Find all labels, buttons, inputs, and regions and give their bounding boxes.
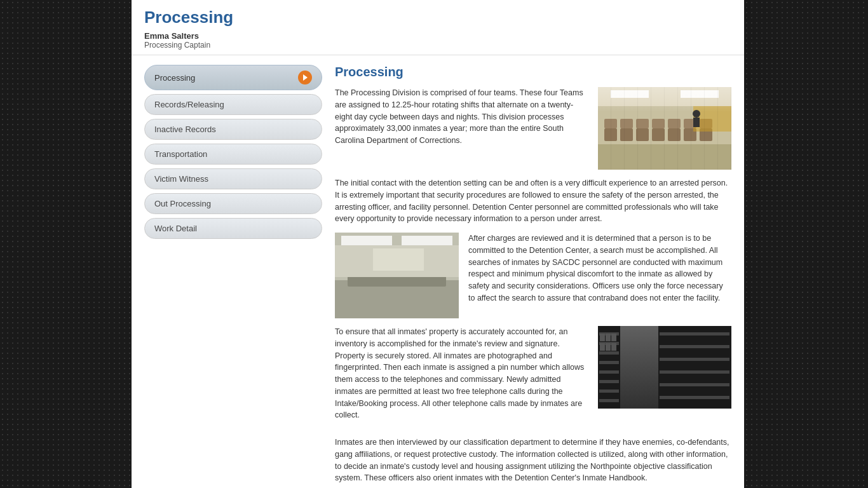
svg-rect-52 [660,332,729,336]
svg-rect-23 [341,236,392,245]
nav-label-records-releasing: Records/Releasing [154,100,224,109]
svg-rect-0 [598,87,731,170]
svg-rect-3 [681,90,719,98]
paragraph-4: To ensure that all inmates' property is … [335,326,588,421]
content-row-1: The Processing Division is comprised of … [335,87,731,170]
right-content: Processing The Processing Division is co… [335,65,731,488]
svg-rect-50 [620,326,658,409]
section-title: Processing [335,65,731,79]
svg-rect-16 [668,119,681,128]
svg-rect-2 [611,90,649,98]
svg-rect-11 [700,128,712,141]
svg-rect-18 [700,119,712,128]
nav-label-inactive-records: Inactive Records [154,125,216,134]
svg-rect-39 [599,370,619,374]
svg-rect-12 [604,119,617,128]
paragraph-3: After charges are reviewed and it is det… [468,233,731,318]
svg-rect-7 [636,128,649,141]
svg-rect-21 [693,118,700,127]
nav-item-transportation[interactable]: Transportation [144,144,322,165]
svg-rect-55 [660,370,729,374]
svg-rect-46 [600,343,605,351]
nav-item-processing[interactable]: Processing [144,65,322,90]
svg-rect-19 [693,106,731,132]
left-nav: Processing Records/Releasing Inactive Re… [144,65,322,488]
main-wrapper: Processing Emma Salters Processing Capta… [132,0,744,488]
right-decorative-bg [744,0,868,488]
nav-label-transportation: Transportation [154,149,207,159]
svg-rect-41 [599,390,619,393]
svg-rect-42 [599,399,619,402]
nav-label-work-detail: Work Detail [154,224,197,233]
nav-item-work-detail[interactable]: Work Detail [144,218,322,239]
image-counter [335,233,459,318]
person-name: Emma Salters [144,31,731,41]
svg-rect-13 [620,119,633,128]
paragraph-5: Inmates are then interviewed by our clas… [335,437,731,484]
svg-rect-56 [660,383,729,386]
svg-rect-57 [660,396,729,399]
content-row-3: To ensure that all inmates' property is … [335,326,731,429]
svg-rect-44 [606,334,611,341]
content-row-2: After charges are reviewed and it is det… [335,233,731,318]
svg-rect-6 [620,128,633,141]
svg-rect-5 [604,128,617,141]
svg-rect-9 [668,128,681,141]
waiting-room-svg [598,87,731,170]
svg-rect-17 [684,119,696,128]
svg-rect-37 [599,351,619,355]
nav-label-processing: Processing [154,73,195,83]
svg-rect-24 [402,236,452,245]
nav-item-out-processing[interactable]: Out Processing [144,193,322,214]
page-header: Processing Emma Salters Processing Capta… [132,0,744,55]
svg-rect-14 [636,119,649,128]
svg-rect-47 [606,343,611,351]
nav-item-inactive-records[interactable]: Inactive Records [144,119,322,140]
svg-rect-1 [598,87,731,106]
svg-rect-38 [599,361,619,364]
nav-item-records-releasing[interactable]: Records/Releasing [144,94,322,115]
person-role: Processing Captain [144,41,731,50]
svg-rect-54 [660,358,729,361]
svg-rect-43 [600,334,605,341]
svg-rect-31 [373,248,424,271]
paragraph-2: The initial contact with the detention s… [335,177,731,225]
nav-arrow-processing [298,71,312,85]
counter-svg [335,233,459,318]
nav-label-victim-witness: Victim Witness [154,174,208,184]
arrow-icon [303,74,308,81]
svg-rect-10 [684,128,696,141]
content-area: Processing Records/Releasing Inactive Re… [132,55,744,488]
image-storage [598,326,731,409]
svg-rect-8 [652,128,665,141]
storage-svg [598,326,731,409]
image-waiting-room [598,87,731,170]
nav-item-victim-witness[interactable]: Victim Witness [144,168,322,189]
svg-rect-15 [652,119,665,128]
svg-rect-4 [598,144,731,170]
left-decorative-bg [0,0,132,488]
svg-rect-45 [611,334,616,341]
svg-rect-53 [660,345,729,348]
svg-point-20 [693,110,700,118]
page-title: Processing [144,8,731,27]
svg-rect-40 [599,380,619,383]
nav-label-out-processing: Out Processing [154,199,211,208]
paragraph-1: The Processing Division is comprised of … [335,87,588,162]
svg-rect-48 [611,343,616,351]
